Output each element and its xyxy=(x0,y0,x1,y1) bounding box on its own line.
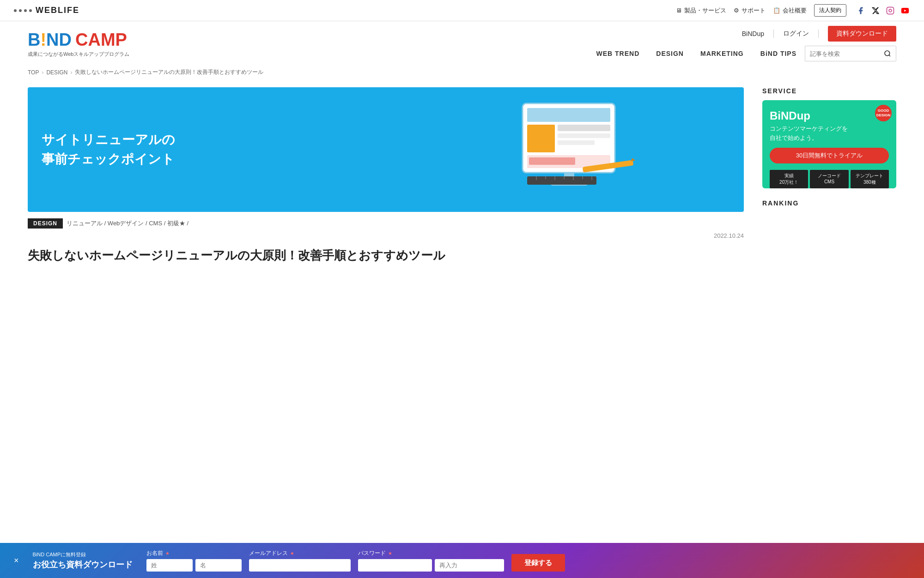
hero-text-area: サイトリニューアルの 事前チェックポイント xyxy=(42,130,175,169)
main-nav: WEB TREND DESIGN MARKETING BiND TIPS xyxy=(588,45,896,62)
monitor-svg xyxy=(509,99,638,200)
article-title: 失敗しないホームページリニューアルの大原則！改善手順とおすすめツール xyxy=(28,247,744,265)
trial-button[interactable]: 30日間無料でトライアル xyxy=(770,148,889,163)
service-card-3: テンプレート380種 xyxy=(851,170,889,188)
nav-design[interactable]: DESIGN xyxy=(648,45,692,62)
breadcrumb-sep-1: › xyxy=(42,69,43,76)
header-top-links: BiNDup ログイン 資料ダウンロード xyxy=(742,26,896,42)
article-tags: DESIGN リニューアル / Webデザイン / CMS / 初級★ / xyxy=(28,218,744,229)
svg-rect-12 xyxy=(529,157,575,165)
breadcrumb-top[interactable]: TOP xyxy=(28,69,39,76)
svg-rect-0 xyxy=(887,7,894,14)
logo-camp: CAMP xyxy=(75,30,127,50)
nav-support[interactable]: ⚙ サポート xyxy=(734,6,766,15)
breadcrumb-sep-2: › xyxy=(70,69,72,76)
x-twitter-icon[interactable] xyxy=(870,6,881,16)
svg-line-4 xyxy=(889,55,890,56)
top-bar-brand: WEBLIFE xyxy=(36,6,79,15)
header-right: BiNDup ログイン 資料ダウンロード WEB TREND DESIGN MA… xyxy=(588,26,896,62)
service-banner-sub: コンテンツマーケティングを自社で始めよう。 xyxy=(770,124,889,142)
top-bar-right: 🖥 製品・サービス ⚙ サポート 📋 会社概要 法人契約 xyxy=(676,4,910,17)
service-bottom: 実績20万社！ ノーコードCMS テンプレート380種 xyxy=(770,170,889,188)
svg-rect-8 xyxy=(558,125,610,131)
tag-list: リニューアル / Webデザイン / CMS / 初級★ / xyxy=(67,219,188,228)
svg-rect-10 xyxy=(558,140,595,145)
top-bar-nav: 🖥 製品・サービス ⚙ サポート 📋 会社概要 法人契約 xyxy=(676,4,846,17)
sidebar: SERVICE GOOD DESIGN BiNDup コンテンツマーケティングを… xyxy=(762,87,896,265)
houjin-btn[interactable]: 法人契約 xyxy=(814,4,846,17)
social-icons xyxy=(856,6,910,16)
nav-bind-tips[interactable]: BiND TIPS xyxy=(752,45,805,62)
logo-area: B ! ND CAMP 成果につながるWebスキルアッププログラム xyxy=(28,30,129,58)
search-box xyxy=(805,46,896,61)
logo-b: B xyxy=(28,30,40,50)
service-card-1: 実績20万社！ xyxy=(770,170,808,188)
good-design-badge: GOOD DESIGN xyxy=(875,105,892,121)
download-button[interactable]: 資料ダウンロード xyxy=(828,26,896,42)
top-bar-dots xyxy=(14,9,32,12)
search-input[interactable] xyxy=(805,50,879,57)
tag-design: DESIGN xyxy=(28,218,63,229)
hero-illustration xyxy=(413,87,735,212)
breadcrumb-design[interactable]: DESIGN xyxy=(46,69,67,76)
logo-subtitle: 成果につながるWebスキルアッププログラム xyxy=(28,51,129,58)
support-icon: ⚙ xyxy=(734,7,739,14)
article-area: サイトリニューアルの 事前チェックポイント xyxy=(28,87,744,265)
article-date: 2022.10.24 xyxy=(28,232,744,239)
top-bar-left: WEBLIFE xyxy=(14,6,79,15)
logo-exclaim: ! xyxy=(40,30,46,50)
nav-products[interactable]: 🖥 製品・サービス xyxy=(676,6,726,15)
svg-point-3 xyxy=(885,51,890,56)
service-section-title: SERVICE xyxy=(762,87,896,95)
header: B ! ND CAMP 成果につながるWebスキルアッププログラム BiNDup… xyxy=(0,21,924,62)
breadcrumb-current: 失敗しないホームページリニューアルの大原則！改善手順とおすすめツール xyxy=(75,68,263,76)
service-card-2: ノーコードCMS xyxy=(810,170,848,188)
ranking-section: RANKING xyxy=(762,199,896,207)
svg-rect-7 xyxy=(527,125,555,152)
svg-rect-9 xyxy=(558,133,610,138)
ranking-title: RANKING xyxy=(762,199,896,207)
hero-image: サイトリニューアルの 事前チェックポイント xyxy=(28,87,744,212)
hero-title-line2: 事前チェックポイント xyxy=(42,150,175,169)
instagram-icon[interactable] xyxy=(885,6,895,16)
breadcrumb: TOP › DESIGN › 失敗しないホームページリニューアルの大原則！改善手… xyxy=(0,62,924,83)
nav-company[interactable]: 📋 会社概要 xyxy=(773,6,807,15)
bindup-link[interactable]: BiNDup xyxy=(742,30,764,37)
logo-wrap: B ! ND CAMP xyxy=(28,30,129,50)
svg-marker-16 xyxy=(630,158,635,161)
main-content: サイトリニューアルの 事前チェックポイント xyxy=(0,83,924,278)
svg-rect-6 xyxy=(527,108,610,122)
top-bar: WEBLIFE 🖥 製品・サービス ⚙ サポート 📋 会社概要 法人契約 xyxy=(0,0,924,21)
search-button[interactable] xyxy=(879,46,896,61)
nav-marketing[interactable]: MARKETING xyxy=(692,45,752,62)
logo-nd: ND xyxy=(46,30,72,50)
monitor-icon: 🖥 xyxy=(676,7,682,14)
company-icon: 📋 xyxy=(773,7,780,14)
nav-web-trend[interactable]: WEB TREND xyxy=(588,45,648,62)
search-icon xyxy=(884,50,891,57)
svg-rect-17 xyxy=(527,176,596,185)
service-banner: GOOD DESIGN BiNDup コンテンツマーケティングを自社で始めよう。… xyxy=(762,100,896,188)
hero-title-line1: サイトリニューアルの xyxy=(42,130,175,150)
youtube-icon[interactable] xyxy=(900,6,910,16)
facebook-icon[interactable] xyxy=(856,6,866,16)
login-link[interactable]: ログイン xyxy=(783,30,809,38)
hero-title: サイトリニューアルの 事前チェックポイント xyxy=(42,130,175,169)
service-banner-logo: BiNDup xyxy=(770,109,889,122)
